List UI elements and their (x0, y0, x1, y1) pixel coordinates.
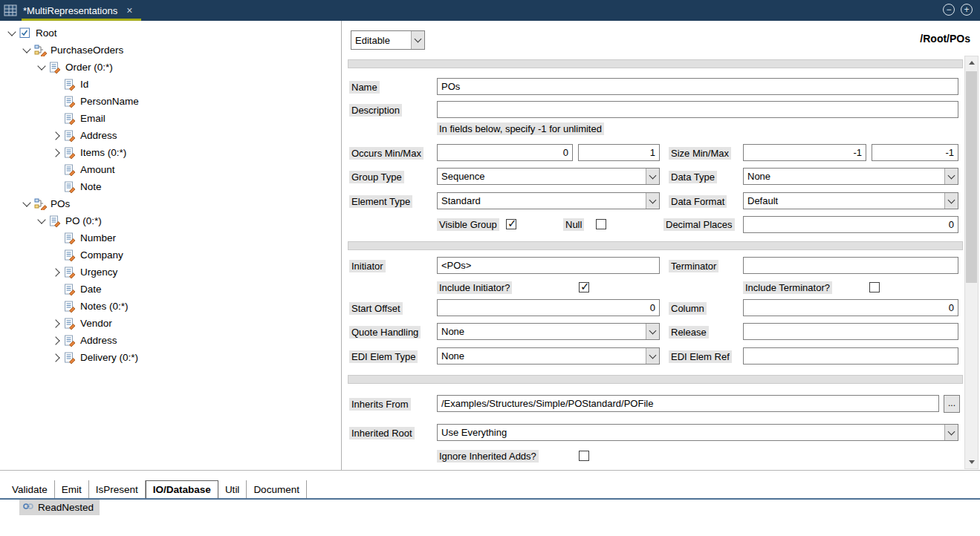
tree-item[interactable]: POs (0, 195, 341, 212)
group-type-select[interactable]: Sequence (437, 168, 660, 185)
quote-handling-select[interactable]: None (437, 323, 660, 340)
name-input[interactable] (437, 78, 958, 95)
chevron-down-icon[interactable] (36, 65, 48, 69)
tree-item[interactable]: Vendor (0, 315, 341, 332)
tree-item[interactable]: PersonName (0, 93, 341, 110)
chevron-down-icon[interactable] (21, 48, 33, 52)
scroll-down-button[interactable] (965, 456, 978, 468)
chevron-right-icon[interactable] (51, 269, 62, 275)
close-icon[interactable]: × (126, 4, 132, 16)
chevron-down-icon[interactable] (944, 169, 958, 184)
occurs-min-input[interactable] (437, 144, 573, 161)
tree-item-label: Id (80, 79, 88, 90)
tree-item[interactable]: Items (0:*) (0, 144, 341, 161)
data-format-select[interactable]: Default (743, 192, 958, 209)
ignore-inherited-adds-checkbox[interactable] (579, 451, 589, 461)
scroll-up-button[interactable] (965, 56, 978, 69)
include-terminator-label: Include Terminator? (743, 281, 832, 294)
start-offset-label: Start Offset (349, 302, 403, 315)
data-type-label: Data Type (669, 171, 717, 183)
tree-item[interactable]: Urgency (0, 264, 341, 281)
chevron-down-icon[interactable] (646, 324, 659, 339)
chevron-right-icon[interactable] (51, 321, 62, 327)
size-min-input[interactable] (743, 144, 866, 161)
circle-minus-button[interactable]: − (943, 4, 955, 16)
null-checkbox[interactable] (596, 219, 606, 229)
link-icon (22, 501, 34, 514)
tab-emit[interactable]: Emit (55, 480, 89, 498)
tree-item[interactable]: Address (0, 127, 341, 144)
chevron-down-icon[interactable] (21, 202, 33, 206)
tree-item[interactable]: PurchaseOrders (0, 42, 341, 59)
group-type-label: Group Type (349, 171, 404, 183)
include-terminator-checkbox[interactable] (869, 282, 880, 292)
chevron-right-icon[interactable] (51, 355, 62, 361)
scrollbar-thumb[interactable] (966, 71, 977, 283)
tree-item[interactable]: Number (0, 229, 341, 246)
browse-button[interactable]: ... (944, 395, 960, 413)
tree-item[interactable]: Address (0, 332, 341, 349)
start-offset-input[interactable] (437, 299, 660, 316)
application-window: *MultiRepresentations × − + RootPurchase… (0, 0, 980, 536)
circle-plus-button[interactable]: + (961, 4, 973, 16)
tree-item[interactable]: Email (0, 110, 341, 127)
tree-item[interactable]: Amount (0, 161, 341, 178)
edi-elem-type-select[interactable]: None (437, 347, 660, 365)
tree-item[interactable]: PO (0:*) (0, 212, 341, 229)
include-initiator-checkbox[interactable] (579, 282, 589, 292)
tab-io-database[interactable]: IO/Database (146, 480, 218, 498)
tab-document[interactable]: Document (247, 480, 307, 498)
tree-item[interactable]: Order (0:*) (0, 59, 341, 76)
terminator-input[interactable] (743, 257, 958, 274)
chevron-down-icon[interactable] (411, 31, 424, 49)
chevron-right-icon[interactable] (51, 150, 62, 156)
chevron-right-icon[interactable] (51, 133, 62, 139)
visible-group-checkbox[interactable] (506, 219, 516, 229)
chevron-down-icon[interactable] (646, 193, 659, 209)
inherits-from-input[interactable] (437, 395, 939, 412)
tree-item[interactable]: Notes (0:*) (0, 298, 341, 315)
element-type-select[interactable]: Standard (437, 192, 660, 209)
document-tab[interactable]: *MultiRepresentations × (22, 0, 141, 21)
tab-util[interactable]: Util (218, 480, 247, 498)
script-item-readnested[interactable]: ReadNested (19, 500, 100, 515)
include-initiator-label: Include Initiator? (437, 281, 512, 294)
description-input[interactable] (437, 101, 958, 118)
tree-item[interactable]: Company (0, 246, 341, 264)
column-input[interactable] (743, 299, 958, 316)
chevron-down-icon[interactable] (36, 219, 48, 223)
inherited-root-select[interactable]: Use Everything (437, 424, 958, 441)
data-type-value: None (744, 171, 944, 182)
chevron-down-icon[interactable] (646, 348, 659, 364)
edi-elem-ref-label: EDI Elem Ref (669, 350, 732, 363)
data-type-select[interactable]: None (743, 168, 958, 185)
tab-validate[interactable]: Validate (5, 480, 55, 498)
size-max-input[interactable] (872, 144, 958, 161)
tree-item[interactable]: Delivery (0:*) (0, 349, 341, 366)
group-type-value: Sequence (438, 171, 646, 182)
description-label: Description (349, 104, 402, 117)
tree-item[interactable]: Note (0, 178, 341, 195)
tree-item[interactable]: Date (0, 281, 341, 298)
tree-item-label: Address (80, 130, 117, 141)
tab-ispresent[interactable]: IsPresent (89, 480, 146, 498)
release-input[interactable] (743, 323, 958, 340)
editable-mode-select[interactable]: Editable (351, 30, 425, 50)
edi-elem-ref-input[interactable] (743, 347, 958, 365)
unlimited-hint-label: In fields below, specify -1 for unlimite… (437, 122, 604, 135)
tree-item[interactable]: Id (0, 76, 341, 93)
chevron-down-icon[interactable] (6, 31, 18, 35)
tree-item[interactable]: Root (0, 24, 341, 42)
chevron-down-icon[interactable] (944, 193, 958, 209)
bottom-tabs: ValidateEmitIsPresentIO/DatabaseUtilDocu… (0, 480, 980, 500)
column-label: Column (669, 302, 707, 315)
occurs-max-input[interactable] (578, 144, 660, 161)
vertical-scrollbar[interactable] (964, 56, 979, 469)
chevron-down-icon[interactable] (944, 425, 958, 440)
edi-elem-type-value: None (438, 350, 646, 362)
chevron-right-icon[interactable] (51, 338, 62, 344)
decimal-places-input[interactable] (743, 216, 958, 233)
occurs-minmax-label: Occurs Min/Max (349, 147, 424, 160)
chevron-down-icon[interactable] (646, 169, 659, 184)
initiator-input[interactable] (437, 257, 660, 274)
